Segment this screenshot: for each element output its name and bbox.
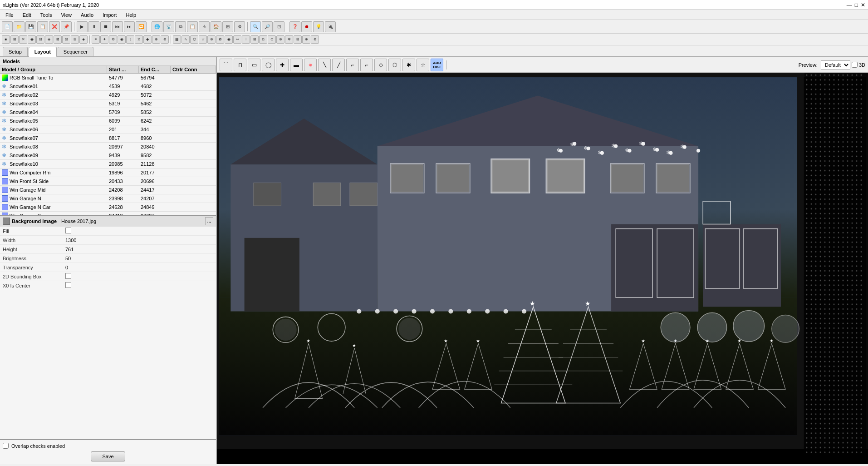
bg-bounding-value[interactable] bbox=[64, 272, 216, 281]
col-ctrl[interactable]: Ctrlr Conn bbox=[171, 66, 216, 73]
tb2-30[interactable]: Ω bbox=[259, 35, 267, 44]
table-row[interactable]: ❄Snowflake06 201 344 bbox=[0, 125, 216, 134]
tb-pause[interactable]: ⏸ bbox=[88, 21, 99, 32]
tab-sequencer[interactable]: Sequencer bbox=[58, 47, 93, 56]
menu-file[interactable]: File bbox=[2, 11, 17, 19]
tb2-5[interactable]: ⊟ bbox=[36, 35, 44, 44]
tb-loop[interactable]: 🔁 bbox=[136, 21, 147, 32]
bg-x0center-checkbox[interactable] bbox=[65, 282, 71, 288]
table-row[interactable]: Win Garage Mid 24208 24417 bbox=[0, 186, 216, 194]
tool-rshape[interactable]: ⌐ bbox=[360, 59, 373, 71]
tool-cx[interactable]: 🍬 bbox=[304, 59, 317, 71]
window-controls[interactable]: — □ ✕ bbox=[847, 2, 865, 8]
tb2-3[interactable]: ✕ bbox=[19, 35, 27, 44]
tb2-2[interactable]: ⊞ bbox=[10, 35, 19, 44]
table-row[interactable]: RGB Small Tune To 54779 56794 bbox=[0, 74, 216, 82]
tb2-6[interactable]: ◈ bbox=[45, 35, 53, 44]
bg-bounding-checkbox[interactable] bbox=[65, 273, 71, 279]
tb-open[interactable]: 📁 bbox=[14, 21, 25, 32]
col-model-group[interactable]: Model / Group bbox=[0, 66, 107, 73]
tool-add-obj[interactable]: ADDOBJ bbox=[431, 59, 443, 71]
tb2-10[interactable]: ◈ bbox=[79, 35, 88, 44]
table-row[interactable]: ❄Snowflake02 4929 5072 bbox=[0, 91, 216, 99]
minimize-btn[interactable]: — bbox=[847, 2, 852, 8]
tb-help[interactable]: ❓ bbox=[289, 21, 300, 32]
models-table[interactable]: Model / Group Start ... End C... Ctrlr C… bbox=[0, 66, 216, 215]
tb2-12[interactable]: ✦ bbox=[100, 35, 108, 44]
tb2-27[interactable]: ∾ bbox=[233, 35, 241, 44]
table-row[interactable]: ❄Snowflake03 5319 5462 bbox=[0, 99, 216, 108]
tb-house[interactable]: 🏠 bbox=[211, 21, 221, 32]
preview-select[interactable]: Default bbox=[821, 60, 850, 69]
tb-record[interactable]: ⏺ bbox=[301, 21, 312, 32]
tb-saveas[interactable]: 📋 bbox=[37, 21, 48, 32]
tool-ldiag[interactable]: ╲ bbox=[318, 59, 331, 71]
tb2-29[interactable]: ⊞ bbox=[250, 35, 259, 44]
tb-warning[interactable]: ⚠ bbox=[199, 21, 210, 32]
tb-bulb[interactable]: 💡 bbox=[313, 21, 324, 32]
tb2-24[interactable]: ⊛ bbox=[207, 35, 216, 44]
tool-hbar[interactable]: ▬ bbox=[290, 59, 303, 71]
tb2-18[interactable]: ⊕ bbox=[152, 35, 160, 44]
table-row[interactable]: ❄Snowflake04 5709 5852 bbox=[0, 108, 216, 117]
tb-close[interactable]: ❌ bbox=[49, 21, 60, 32]
tb-new[interactable]: 📄 bbox=[2, 21, 13, 32]
tb2-28[interactable]: ⊺ bbox=[242, 35, 250, 44]
tb2-9[interactable]: ⊞ bbox=[71, 35, 79, 44]
tb-channel[interactable]: 📡 bbox=[163, 21, 174, 32]
menu-edit[interactable]: Edit bbox=[19, 11, 35, 19]
tb-paste[interactable]: 📌 bbox=[61, 21, 72, 32]
tb2-21[interactable]: ∿ bbox=[181, 35, 190, 44]
tb2-25[interactable]: ✿ bbox=[216, 35, 224, 44]
tool-custom[interactable]: ✱ bbox=[402, 59, 415, 71]
tb-skip-fwd[interactable]: ⏭ bbox=[124, 21, 135, 32]
tool-rdiag[interactable]: ╱ bbox=[332, 59, 345, 71]
table-row[interactable]: Win Computer Rm 19896 20177 bbox=[0, 169, 216, 177]
3d-checkbox-label[interactable]: 3D bbox=[852, 62, 865, 68]
menu-help[interactable]: Help bbox=[122, 11, 140, 19]
table-row[interactable]: Win Garage N Car 24628 24849 bbox=[0, 203, 216, 212]
tb2-14[interactable]: ◉ bbox=[118, 35, 126, 44]
tb2-22[interactable]: ⌬ bbox=[190, 35, 198, 44]
table-row[interactable]: ❄Snowflake07 8817 8960 bbox=[0, 134, 216, 143]
tool-diamond[interactable]: ◇ bbox=[374, 59, 387, 71]
tb-settings[interactable]: ⚙ bbox=[234, 21, 245, 32]
col-start[interactable]: Start ... bbox=[107, 66, 139, 73]
tb-search2[interactable]: 🔎 bbox=[262, 21, 273, 32]
table-row[interactable]: ❄Snowflake09 9439 9582 bbox=[0, 151, 216, 160]
tb-paste2[interactable]: 📋 bbox=[187, 21, 198, 32]
col-end[interactable]: End C... bbox=[139, 66, 171, 73]
tb2-26[interactable]: ◉ bbox=[225, 35, 233, 44]
tool-arch[interactable]: ⌒ bbox=[220, 59, 232, 71]
tb2-20[interactable]: ▦ bbox=[173, 35, 181, 44]
save-button[interactable]: Save bbox=[91, 451, 125, 461]
tab-layout[interactable]: Layout bbox=[29, 47, 57, 57]
table-row[interactable]: Win Garage N 23998 24207 bbox=[0, 194, 216, 203]
tb-plug[interactable]: 🔌 bbox=[325, 21, 336, 32]
tool-outline[interactable]: ⊓ bbox=[234, 59, 246, 71]
tb2-8[interactable]: ⊡ bbox=[62, 35, 70, 44]
tb2-23[interactable]: ☆ bbox=[199, 35, 207, 44]
menu-view[interactable]: View bbox=[57, 11, 75, 19]
tb-stop[interactable]: ⏹ bbox=[100, 21, 111, 32]
table-row[interactable]: Win Front St Side 20433 20696 bbox=[0, 177, 216, 186]
tb-search[interactable]: 🔍 bbox=[250, 21, 261, 32]
close-btn[interactable]: ✕ bbox=[861, 2, 865, 8]
tool-lshape[interactable]: ⌐ bbox=[346, 59, 359, 71]
table-row[interactable]: ❄Snowflake10 20985 21128 bbox=[0, 160, 216, 169]
tb2-34[interactable]: ⊞ bbox=[294, 35, 302, 44]
tb-skip-back[interactable]: ⏮ bbox=[112, 21, 123, 32]
tb-play[interactable]: ▶ bbox=[77, 21, 88, 32]
tb2-33[interactable]: ✻ bbox=[285, 35, 293, 44]
tb2-15[interactable]: ⋮ bbox=[126, 35, 134, 44]
tool-dmx[interactable]: ☆ bbox=[417, 59, 429, 71]
menu-import[interactable]: Import bbox=[99, 11, 120, 19]
tb2-13[interactable]: ⚙ bbox=[109, 35, 117, 44]
menu-tools[interactable]: Tools bbox=[37, 11, 56, 19]
tb2-17[interactable]: ◆ bbox=[143, 35, 152, 44]
tb2-16[interactable]: ⧖ bbox=[135, 35, 143, 44]
bg-fill-checkbox[interactable] bbox=[65, 228, 71, 233]
tb-network[interactable]: 🌐 bbox=[152, 21, 162, 32]
bg-browse-btn[interactable]: … bbox=[205, 217, 213, 225]
tab-setup[interactable]: Setup bbox=[3, 47, 28, 56]
